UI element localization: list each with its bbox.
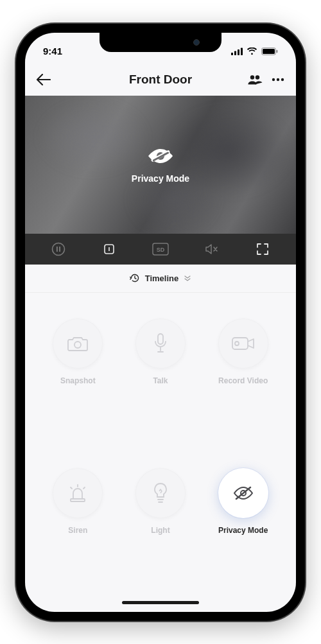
chevron-down-icon	[184, 275, 191, 281]
svg-point-10	[277, 78, 279, 80]
svg-point-8	[256, 75, 259, 79]
svg-rect-5	[263, 49, 275, 54]
lightbulb-icon	[152, 482, 169, 504]
home-indicator[interactable]	[25, 594, 296, 612]
svg-rect-17	[59, 247, 60, 252]
fullscreen-button[interactable]	[237, 243, 288, 256]
microphone-icon	[153, 333, 168, 354]
action-label: Light	[151, 526, 169, 535]
timeline-label: Timeline	[145, 274, 179, 283]
svg-rect-3	[241, 48, 243, 55]
svg-rect-26	[71, 499, 85, 501]
video-camera-icon	[231, 335, 256, 352]
more-options-button[interactable]	[272, 78, 284, 82]
wifi-icon	[247, 48, 257, 55]
quality-button[interactable]: SD	[135, 243, 186, 256]
action-label: Privacy Mode	[218, 526, 268, 535]
action-label: Talk	[153, 376, 168, 385]
privacy-mode-icon	[146, 145, 175, 167]
svg-point-7	[250, 75, 254, 79]
siren-action[interactable]: Siren	[37, 468, 119, 587]
svg-rect-6	[277, 49, 278, 52]
camera-icon	[67, 335, 89, 352]
mute-button[interactable]	[186, 243, 238, 256]
timeline-toggle[interactable]: Timeline	[25, 265, 296, 293]
action-label: Siren	[68, 526, 87, 535]
svg-rect-23	[158, 334, 163, 344]
svg-point-15	[52, 243, 64, 255]
svg-text:SD: SD	[157, 246, 165, 252]
page-title: Front Door	[129, 73, 192, 87]
light-action[interactable]: Light	[119, 468, 202, 587]
action-label: Record Video	[218, 376, 268, 385]
back-button[interactable]	[37, 74, 51, 85]
svg-rect-2	[238, 49, 239, 55]
screen: 9:41 Front Door	[25, 33, 296, 612]
phone-frame: 9:41 Front Door	[16, 24, 305, 621]
camera-preview: Privacy Mode	[25, 96, 296, 234]
nav-bar: Front Door	[25, 64, 296, 96]
layout-single-button[interactable]	[84, 242, 135, 256]
svg-rect-16	[56, 247, 58, 252]
pause-button[interactable]	[33, 242, 84, 256]
svg-rect-0	[231, 53, 233, 55]
action-grid: Snapshot Talk Record Video	[25, 293, 296, 594]
share-users-button[interactable]	[247, 74, 263, 85]
cellular-icon	[231, 48, 243, 55]
svg-rect-1	[234, 51, 236, 55]
snapshot-action[interactable]: Snapshot	[37, 318, 119, 438]
record-video-action[interactable]: Record Video	[202, 318, 284, 438]
svg-point-11	[281, 78, 284, 80]
action-label: Snapshot	[60, 376, 96, 385]
history-icon	[130, 273, 140, 283]
siren-icon	[67, 483, 89, 503]
privacy-mode-label: Privacy Mode	[132, 173, 189, 184]
svg-point-22	[74, 342, 81, 348]
svg-point-9	[272, 78, 275, 80]
privacy-mode-action[interactable]: Privacy Mode	[202, 468, 284, 587]
video-toolbar: SD	[25, 234, 296, 265]
svg-rect-19	[109, 247, 110, 251]
device-notch	[100, 33, 221, 52]
talk-action[interactable]: Talk	[119, 318, 202, 438]
svg-point-25	[235, 342, 239, 345]
eye-off-icon	[232, 485, 254, 501]
status-time: 9:41	[43, 46, 62, 57]
battery-icon	[261, 48, 278, 55]
